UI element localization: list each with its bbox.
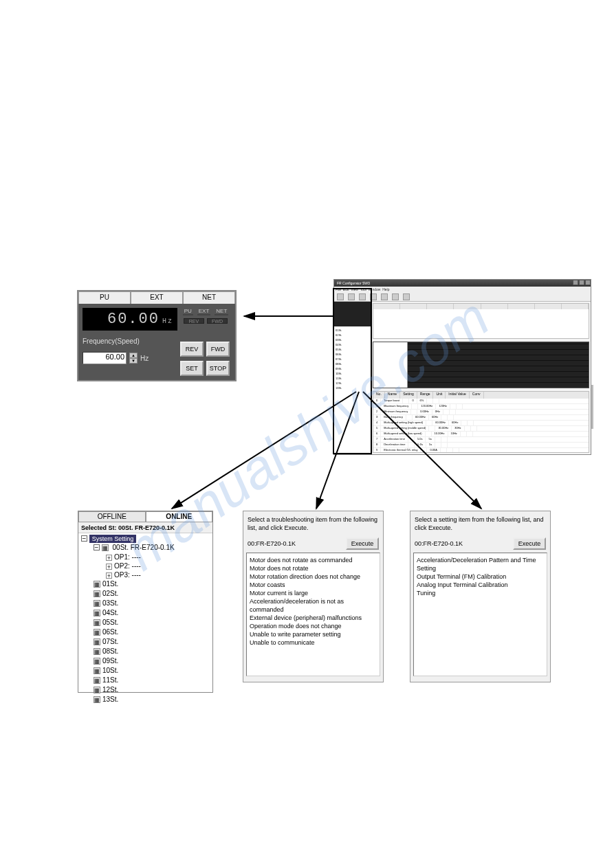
param-row[interactable]: 5Multi-speed setting (middle speed)30.00… bbox=[373, 426, 589, 432]
nav-station-list[interactable]: 01St.02St.03St.04St.05St.06St.07St.08St.… bbox=[334, 326, 371, 454]
troubleshoot-item[interactable]: Motor does not rotate bbox=[250, 564, 377, 572]
wizard-item[interactable]: Tuning bbox=[417, 589, 544, 597]
tree-station-item[interactable]: ▦04St. bbox=[81, 608, 210, 618]
tab-net[interactable]: NET bbox=[183, 291, 235, 304]
station-icon: ▦ bbox=[94, 696, 100, 703]
toolbar-icon[interactable] bbox=[370, 293, 377, 300]
param-row[interactable]: 3Base frequency60.00Hz60Hz bbox=[373, 415, 589, 421]
close-icon[interactable] bbox=[585, 280, 591, 285]
io-monitor-grid[interactable] bbox=[373, 303, 589, 339]
param-row[interactable]: 8Deceleration time5.0s5s bbox=[373, 443, 589, 448]
troubleshoot-item[interactable]: External device (peripheral) malfunction… bbox=[250, 614, 377, 622]
param-row[interactable]: 7Acceleration time5.0s5s bbox=[373, 437, 589, 443]
troubleshoot-item[interactable]: Motor rotation direction does not change bbox=[250, 572, 377, 581]
troubleshoot-item[interactable]: Operation mode does not change bbox=[250, 622, 377, 630]
troubleshoot-list[interactable]: Motor does not rotate as commandedMotor … bbox=[246, 553, 380, 676]
troubleshoot-instruction: Select a troubleshooting item from the f… bbox=[243, 511, 383, 536]
troubleshoot-item[interactable]: Unable to write parameter setting bbox=[250, 630, 377, 638]
param-row[interactable]: 1Maximum frequency120.00Hz120Hz bbox=[373, 404, 589, 410]
param-row[interactable]: 9Electronic thermal O/L relay0.00A bbox=[373, 448, 589, 453]
tree-station-item[interactable]: ▦01St. bbox=[81, 579, 210, 589]
wizard-station: 00:FR-E720-0.1K bbox=[415, 540, 463, 547]
spin-down-icon[interactable]: ▼ bbox=[129, 358, 138, 364]
direction-leds: REV FWD bbox=[180, 318, 231, 324]
troubleshoot-item[interactable]: Motor coasts bbox=[250, 581, 377, 589]
menubar[interactable]: File Edit View Tool Window Help bbox=[334, 287, 591, 292]
station-icon: ▦ bbox=[94, 629, 100, 636]
tab-offline[interactable]: OFFLINE bbox=[78, 511, 146, 522]
troubleshoot-item[interactable]: Motor current is large bbox=[250, 589, 377, 597]
freq-spinner[interactable]: ▲ ▼ bbox=[129, 353, 138, 364]
toolbar-icon[interactable] bbox=[381, 293, 388, 300]
tree-station-item[interactable]: ▦07St. bbox=[81, 637, 210, 647]
graph-area[interactable] bbox=[373, 342, 589, 388]
tab-online[interactable]: ONLINE bbox=[146, 511, 213, 522]
main-navigation-pane[interactable]: 01St.02St.03St.04St.05St.06St.07St.08St.… bbox=[334, 302, 371, 454]
tree-station-item[interactable]: ▦06St. bbox=[81, 627, 210, 637]
station-icon: ▦ bbox=[94, 648, 100, 655]
toolbar-icon[interactable] bbox=[337, 293, 344, 300]
param-row[interactable]: 4Multi-speed setting (high speed)60.00Hz… bbox=[373, 421, 589, 426]
param-header: Name bbox=[385, 392, 400, 399]
tree-station-item[interactable]: ▦13St. bbox=[81, 695, 210, 704]
tree-station-item[interactable]: ▦09St. bbox=[81, 656, 210, 666]
station-icon: ▦ bbox=[94, 638, 100, 645]
tree-station-item[interactable]: ▦05St. bbox=[81, 618, 210, 627]
wizard-item[interactable]: Output Terminal (FM) Calibration bbox=[417, 572, 544, 581]
wizard-instruction: Select a setting item from the following… bbox=[410, 511, 550, 536]
tree-station-item[interactable]: ▦12St. bbox=[81, 685, 210, 695]
minimize-icon[interactable] bbox=[573, 280, 578, 285]
wizard-panel: Select a setting item from the following… bbox=[410, 511, 551, 682]
tree-option[interactable]: +OP2: ---- bbox=[81, 561, 210, 570]
tab-ext[interactable]: EXT bbox=[131, 291, 183, 304]
troubleshoot-execute-button[interactable]: Execute bbox=[346, 537, 379, 550]
troubleshoot-item[interactable]: Motor does not rotate as commanded bbox=[250, 556, 377, 564]
collapse-icon[interactable]: − bbox=[94, 544, 100, 550]
tree-station[interactable]: 00St. FR-E720-0.1K bbox=[113, 544, 175, 551]
tree-root[interactable]: System Setting bbox=[89, 535, 137, 543]
fwd-button[interactable]: FWD bbox=[206, 342, 230, 357]
tree-station-item[interactable]: ▦10St. bbox=[81, 666, 210, 676]
toolbar-icon[interactable] bbox=[359, 293, 366, 300]
tree-station-item[interactable]: ▦02St. bbox=[81, 589, 210, 599]
freq-input[interactable]: 60.00 bbox=[83, 352, 127, 364]
tree-option[interactable]: +OP1: ---- bbox=[81, 553, 210, 561]
troubleshoot-item[interactable]: Acceleration/deceleration is not as comm… bbox=[250, 597, 377, 614]
expand-icon[interactable]: + bbox=[106, 555, 112, 561]
collapse-icon[interactable]: − bbox=[81, 535, 87, 542]
troubleshoot-item[interactable]: Unable to communicate bbox=[250, 638, 377, 647]
frequency-display: 60.00 Hz bbox=[83, 308, 177, 331]
param-header: Initial Value bbox=[446, 392, 469, 399]
tree-station-item[interactable]: ▦08St. bbox=[81, 647, 210, 656]
display-unit: Hz bbox=[162, 318, 173, 325]
tree-station-item[interactable]: ▦11St. bbox=[81, 676, 210, 685]
display-value: 60.00 bbox=[107, 311, 160, 328]
set-button[interactable]: SET bbox=[180, 361, 204, 376]
parameter-list[interactable]: No.NameSettingRangeUnitInitial ValueConv… bbox=[373, 391, 589, 453]
param-row[interactable]: 6Multi-speed setting (low speed)10.00Hz1… bbox=[373, 432, 589, 437]
expand-icon[interactable]: + bbox=[106, 564, 112, 570]
spin-up-icon[interactable]: ▲ bbox=[129, 353, 138, 358]
system-tree-panel: OFFLINE ONLINE Selected St: 00St. FR-E72… bbox=[78, 511, 213, 693]
graph-canvas bbox=[408, 342, 589, 388]
stop-button[interactable]: STOP bbox=[206, 361, 230, 376]
tab-pu[interactable]: PU bbox=[78, 291, 131, 304]
toolbar-icon[interactable] bbox=[403, 293, 410, 300]
wizard-item[interactable]: Acceleration/Deceleration Pattern and Ti… bbox=[417, 556, 544, 572]
maximize-icon[interactable] bbox=[579, 280, 584, 285]
toolbar-icon[interactable] bbox=[348, 293, 355, 300]
param-row[interactable]: 0Torque boost06% bbox=[373, 399, 589, 404]
param-row[interactable]: 2Minimum frequency0.00Hz0Hz bbox=[373, 410, 589, 415]
window-titlebar: FR Configurator SW3 bbox=[334, 280, 591, 287]
wizard-list[interactable]: Acceleration/Deceleration Pattern and Ti… bbox=[413, 553, 547, 676]
param-header: Setting bbox=[400, 392, 417, 399]
rev-button[interactable]: REV bbox=[180, 342, 204, 357]
tree-station-item[interactable]: ▦03St. bbox=[81, 599, 210, 608]
window-title: FR Configurator SW3 bbox=[337, 280, 370, 287]
tree-option[interactable]: +OP3: ---- bbox=[81, 570, 210, 579]
wizard-execute-button[interactable]: Execute bbox=[513, 537, 546, 550]
selected-station-label: Selected St: 00St. FR-E720-0.1K bbox=[78, 522, 212, 533]
wizard-item[interactable]: Analog Input Terminal Calibration bbox=[417, 581, 544, 589]
toolbar-icon[interactable] bbox=[392, 293, 399, 300]
expand-icon[interactable]: + bbox=[106, 572, 112, 579]
